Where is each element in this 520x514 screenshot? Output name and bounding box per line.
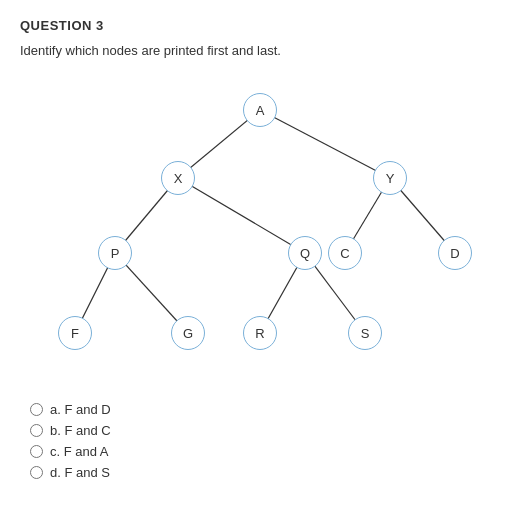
option-label-d: d. F and S [50, 465, 110, 480]
tree-container: AXYPQCDFGRS [20, 68, 500, 388]
node-d: D [438, 236, 472, 270]
options-list: a. F and Db. F and Cc. F and Ad. F and S [20, 402, 500, 480]
node-r: R [243, 316, 277, 350]
page: QUESTION 3 Identify which nodes are prin… [0, 0, 520, 504]
node-f: F [58, 316, 92, 350]
node-a: A [243, 93, 277, 127]
node-p: P [98, 236, 132, 270]
node-x: X [161, 161, 195, 195]
svg-line-1 [260, 110, 390, 178]
node-c: C [328, 236, 362, 270]
question-text: Identify which nodes are printed first a… [20, 43, 500, 58]
option-radio-c[interactable] [30, 445, 43, 458]
option-label-a: a. F and D [50, 402, 111, 417]
svg-line-3 [178, 178, 305, 253]
question-title: QUESTION 3 [20, 18, 500, 33]
node-s: S [348, 316, 382, 350]
option-item-c[interactable]: c. F and A [30, 444, 500, 459]
node-y: Y [373, 161, 407, 195]
option-label-c: c. F and A [50, 444, 109, 459]
option-radio-b[interactable] [30, 424, 43, 437]
option-radio-d[interactable] [30, 466, 43, 479]
option-label-b: b. F and C [50, 423, 111, 438]
option-item-b[interactable]: b. F and C [30, 423, 500, 438]
node-g: G [171, 316, 205, 350]
option-item-a[interactable]: a. F and D [30, 402, 500, 417]
node-q: Q [288, 236, 322, 270]
option-item-d[interactable]: d. F and S [30, 465, 500, 480]
option-radio-a[interactable] [30, 403, 43, 416]
